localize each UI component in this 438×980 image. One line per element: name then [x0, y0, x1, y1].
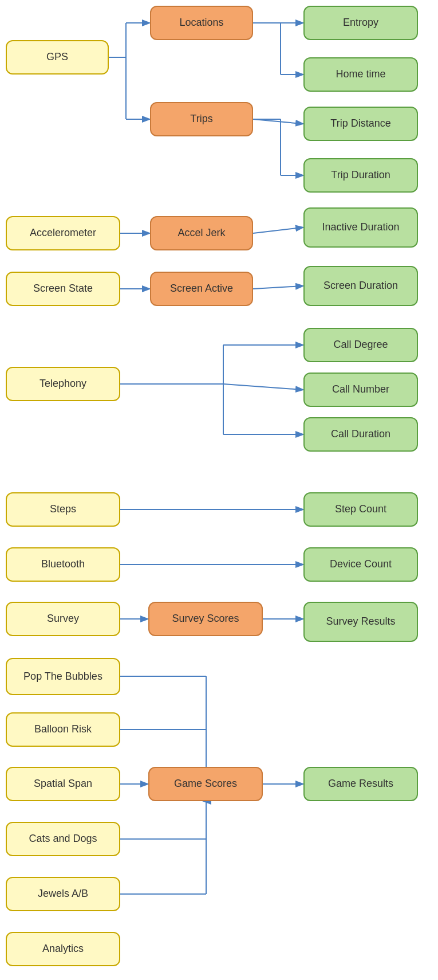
screen-active-node: Screen Active [150, 272, 253, 306]
svg-line-14 [253, 228, 302, 233]
survey-node: Survey [6, 602, 120, 636]
diagram: GPS Accelerometer Screen State Telephony… [0, 0, 438, 980]
game-results-node: Game Results [303, 767, 418, 801]
screen-state-node: Screen State [6, 272, 120, 306]
svg-line-9 [253, 119, 302, 124]
accel-jerk-node: Accel Jerk [150, 216, 253, 250]
analytics-node: Analytics [6, 932, 120, 966]
steps-node: Steps [6, 492, 120, 527]
cats-and-dogs-node: Cats and Dogs [6, 822, 120, 856]
call-number-node: Call Number [303, 373, 418, 407]
spatial-span-node: Spatial Span [6, 767, 120, 801]
pop-the-bubbles-node: Pop The Bubbles [6, 658, 120, 695]
screen-duration-node: Screen Duration [303, 266, 418, 306]
device-count-node: Device Count [303, 547, 418, 582]
trip-distance-node: Trip Distance [303, 107, 418, 141]
game-scores-node: Game Scores [148, 767, 263, 801]
svg-line-20 [223, 384, 302, 390]
survey-scores-node: Survey Scores [148, 602, 263, 636]
trip-duration-node: Trip Duration [303, 158, 418, 193]
entropy-node: Entropy [303, 6, 418, 40]
home-time-node: Home time [303, 57, 418, 92]
jewels-ab-node: Jewels A/B [6, 877, 120, 911]
bluetooth-node: Bluetooth [6, 547, 120, 582]
survey-results-node: Survey Results [303, 602, 418, 642]
trips-node: Trips [150, 102, 253, 136]
step-count-node: Step Count [303, 492, 418, 527]
accelerometer-node: Accelerometer [6, 216, 120, 250]
svg-line-16 [253, 286, 302, 289]
inactive-duration-node: Inactive Duration [303, 207, 418, 248]
telephony-node: Telephony [6, 367, 120, 401]
call-duration-node: Call Duration [303, 417, 418, 452]
balloon-risk-node: Balloon Risk [6, 712, 120, 747]
locations-node: Locations [150, 6, 253, 40]
gps-node: GPS [6, 40, 109, 75]
call-degree-node: Call Degree [303, 328, 418, 362]
